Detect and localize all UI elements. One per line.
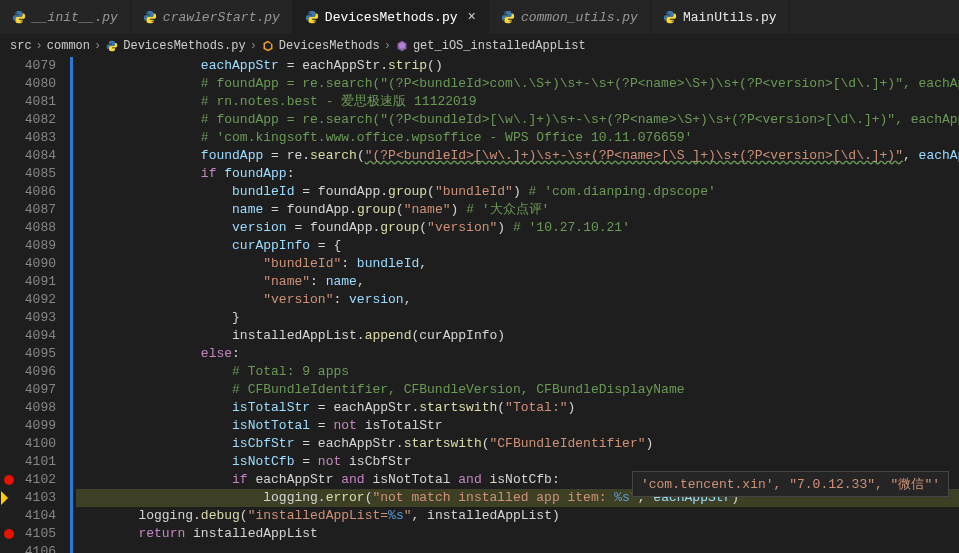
tab-mainutils[interactable]: MainUtils.py	[651, 0, 790, 34]
breadcrumb-item[interactable]: DevicesMethods.py	[123, 39, 245, 53]
tab-label: MainUtils.py	[683, 10, 777, 25]
python-file-icon	[501, 10, 515, 24]
breadcrumb-item[interactable]: src	[10, 39, 32, 53]
debug-value-tooltip: 'com.tencent.xin', "7.0.12.33", "微信"'	[632, 471, 949, 497]
chevron-right-icon: ›	[250, 39, 257, 53]
python-file-icon	[12, 10, 26, 24]
method-icon	[395, 39, 409, 53]
python-file-icon	[143, 10, 157, 24]
tab-label: DevicesMethods.py	[325, 10, 458, 25]
tab-label: crawlerStart.py	[163, 10, 280, 25]
breadcrumb-item[interactable]: get_iOS_installedAppList	[413, 39, 586, 53]
editor[interactable]: 4079408040814082408340844085408640874088…	[0, 57, 959, 553]
tab-bar: __init__.py crawlerStart.py DevicesMetho…	[0, 0, 959, 35]
chevron-right-icon: ›	[36, 39, 43, 53]
tab-init[interactable]: __init__.py	[0, 0, 131, 34]
chevron-right-icon: ›	[94, 39, 101, 53]
line-number-gutter: 4079408040814082408340844085408640874088…	[0, 57, 70, 553]
chevron-right-icon: ›	[384, 39, 391, 53]
tab-label: __init__.py	[32, 10, 118, 25]
breadcrumb-item[interactable]: common	[47, 39, 90, 53]
class-icon	[261, 39, 275, 53]
python-file-icon	[663, 10, 677, 24]
close-icon[interactable]: ×	[467, 9, 475, 25]
tab-crawler[interactable]: crawlerStart.py	[131, 0, 293, 34]
breadcrumb-item[interactable]: DevicesMethods	[279, 39, 380, 53]
tab-devicesmethods[interactable]: DevicesMethods.py ×	[293, 0, 489, 34]
python-file-icon	[305, 10, 319, 24]
breadcrumb: src › common › DevicesMethods.py › Devic…	[0, 35, 959, 57]
tab-commonutils[interactable]: common_utils.py	[489, 0, 651, 34]
tab-label: common_utils.py	[521, 10, 638, 25]
python-file-icon	[105, 39, 119, 53]
